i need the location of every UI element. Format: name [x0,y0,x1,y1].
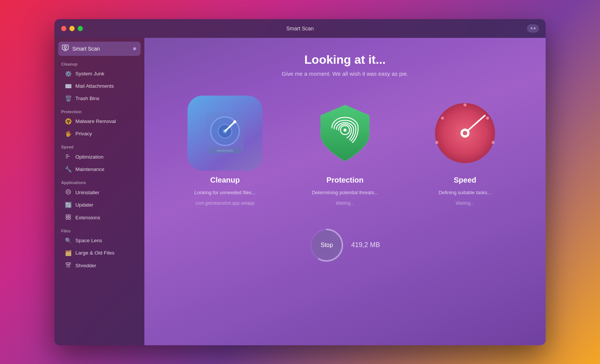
mail-icon: ✉️ [65,83,72,90]
stop-button[interactable]: Stop [312,231,341,260]
svg-point-6 [66,190,70,194]
sidebar-item-mail-attachments[interactable]: ✉️ Mail Attachments [58,80,141,92]
active-indicator [133,47,136,50]
protection-card-icon [308,96,382,171]
main-subtitle: Give me a moment. We all wish it was eas… [282,70,408,77]
sidebar-item-smart-scan[interactable]: Smart Scan [58,42,141,56]
main-title: Looking at it... [304,53,386,67]
protection-card-status: Determining potential threats... [312,190,378,195]
svg-rect-9 [66,217,68,219]
cards-row: Cleanup Looking for unneeded files... co… [172,96,518,206]
svg-point-32 [463,131,467,135]
svg-line-14 [69,265,70,267]
svg-rect-0 [62,45,68,49]
sidebar-label: Shredder [75,263,96,268]
protection-card-detail: Waiting... [336,201,354,206]
maintenance-icon: 🔧 [65,166,72,173]
cleanup-card-detail: com.getcleanshot.app-setapp [195,201,254,206]
sidebar-item-extensions[interactable]: Extensions [58,211,141,224]
uninstaller-icon [65,189,72,196]
section-label-files: Files [54,224,144,235]
section-label-applications: Applications [54,176,144,186]
close-button[interactable] [61,26,66,31]
more-options-button[interactable] [527,24,539,33]
stop-area: Stop 419,2 MB [310,228,380,262]
sidebar-item-label: Smart Scan [72,46,100,52]
shredder-icon [65,262,72,269]
speed-card-detail: Waiting... [456,201,474,206]
cleanup-card-status: Looking for unneeded files... [194,190,255,195]
sidebar-item-system-junk[interactable]: ⚙️ System Junk [58,68,141,80]
sidebar-item-privacy[interactable]: 🖐️ Privacy [58,128,141,140]
sidebar-item-uninstaller[interactable]: Uninstaller [58,186,141,199]
protection-card: Protection Determining potential threats… [292,96,398,206]
sidebar-label: Trash Bins [75,96,99,101]
malware-icon: ☣️ [65,118,72,125]
sidebar-item-optimization[interactable]: Optimization [58,151,141,163]
cleanup-card-icon [188,96,262,171]
svg-point-27 [492,141,495,144]
sidebar-item-large-old-files[interactable]: 🗂️ Large & Old Files [58,247,141,259]
sidebar-label: System Junk [75,71,104,76]
section-label-cleanup: Cleanup [54,57,144,68]
dot-icon [531,27,532,29]
sidebar-item-updater[interactable]: 🔄 Updater [58,199,141,211]
speed-card-icon [428,96,502,171]
sidebar-label: Large & Old Files [75,250,114,256]
sidebar-item-maintenance[interactable]: 🔧 Maintenance [58,163,141,175]
window-title: Smart Scan [286,25,314,31]
sidebar-label: Uninstaller [75,190,99,195]
app-window: Smart Scan Smart Scan Cleanu [54,19,546,345]
stop-button-container: Stop [310,228,344,262]
svg-line-12 [67,265,67,267]
trash-icon: 🗑️ [65,95,72,102]
minimize-button[interactable] [69,26,75,31]
maximize-button[interactable] [78,26,83,31]
traffic-lights [61,26,83,31]
svg-point-26 [486,117,489,120]
sidebar-label: Space Lens [75,238,102,243]
sidebar-label: Updater [75,202,93,208]
privacy-icon: 🖐️ [65,130,72,137]
svg-point-23 [344,129,346,132]
large-files-icon: 🗂️ [65,250,72,256]
extensions-icon [65,214,72,221]
main-panel: Looking at it... Give me a moment. We al… [144,38,546,345]
sidebar-label: Privacy [75,131,92,136]
sidebar-item-trash-bins[interactable]: 🗑️ Trash Bins [58,93,141,105]
svg-point-29 [441,117,444,120]
svg-rect-7 [66,215,68,217]
protection-card-title: Protection [327,176,364,184]
speed-card-status: Defining suitable tasks... [439,190,492,195]
svg-point-20 [233,120,236,123]
cleanup-card: Cleanup Looking for unneeded files... co… [172,96,278,206]
titlebar: Smart Scan [54,19,546,38]
sidebar-label: Mail Attachments [75,83,114,89]
dot-icon [534,27,536,29]
svg-rect-10 [69,217,70,219]
smart-scan-icon [62,45,69,53]
svg-rect-22 [217,150,233,152]
updater-icon: 🔄 [65,202,72,208]
sidebar-label: Malware Removal [75,118,116,124]
speed-card-title: Speed [454,176,476,184]
section-label-protection: Protection [54,105,144,115]
svg-point-28 [435,141,438,144]
system-junk-icon: ⚙️ [65,70,72,77]
sidebar-item-shredder[interactable]: Shredder [58,259,141,272]
svg-rect-11 [66,263,70,264]
space-lens-icon: 🔍 [65,237,72,244]
sidebar-item-malware-removal[interactable]: ☣️ Malware Removal [58,115,141,127]
sidebar: Smart Scan Cleanup ⚙️ System Junk ✉️ Mai… [54,38,144,345]
sidebar-label: Extensions [75,215,100,220]
sidebar-label: Maintenance [75,166,104,172]
cleanup-card-title: Cleanup [210,176,240,184]
svg-point-25 [464,103,466,106]
size-label: 419,2 MB [351,241,380,249]
sidebar-item-space-lens[interactable]: 🔍 Space Lens [58,235,141,247]
speed-card: Speed Defining suitable tasks... Waiting… [412,96,518,206]
svg-point-1 [64,46,66,48]
sidebar-label: Optimization [75,154,104,160]
svg-rect-8 [69,215,70,217]
main-content: Smart Scan Cleanup ⚙️ System Junk ✉️ Mai… [54,38,546,345]
